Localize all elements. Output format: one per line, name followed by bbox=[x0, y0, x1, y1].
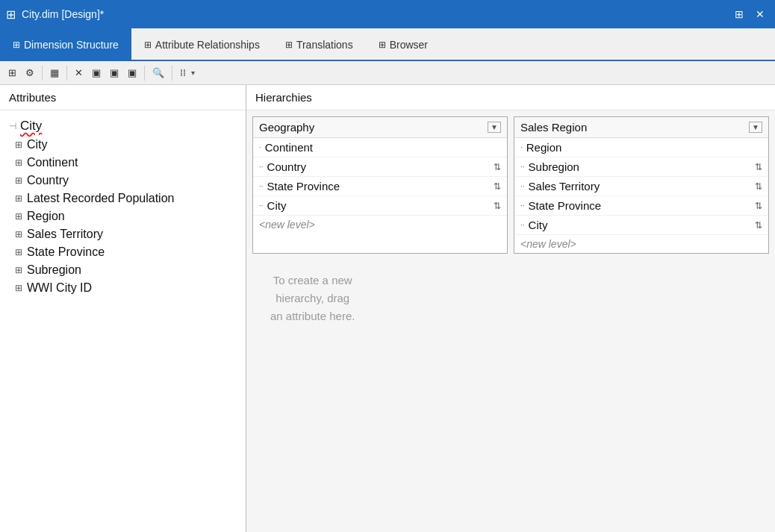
pin-button[interactable]: ⊞ bbox=[730, 7, 748, 22]
hierarchy-geography-item-state-province[interactable]: ·· State Province ⇅ bbox=[253, 177, 507, 196]
title-bar-title: City.dim [Design]* bbox=[22, 8, 724, 20]
geography-city-dot-icon: ·· bbox=[259, 201, 264, 210]
browser-tab-icon: ⊞ bbox=[379, 40, 386, 50]
toolbar-btn-table[interactable]: ▦ bbox=[46, 65, 63, 81]
hierarchy-geography-new-level: <new level> bbox=[253, 216, 507, 234]
hierarchy-sales-region-state-province-label: State Province bbox=[529, 199, 602, 212]
attribute-relationships-tab-label: Attribute Relationships bbox=[155, 39, 260, 51]
toolbar-btn-box2[interactable]: ▣ bbox=[106, 65, 122, 81]
tab-dimension-structure[interactable]: ⊞ Dimension Structure bbox=[0, 28, 131, 60]
hierarchy-sales-region-item-city[interactable]: ·· City ⇅ bbox=[514, 216, 768, 235]
hierarchy-geography-title: Geography bbox=[259, 121, 314, 134]
group-icon: ⊣ bbox=[9, 121, 16, 131]
subregion-dot-icon: ·· bbox=[520, 163, 525, 171]
attr-label-wwi-city-id: WWI City ID bbox=[27, 281, 92, 295]
sales-territory-dot-icon: ·· bbox=[520, 182, 525, 190]
hierarchy-geography-header: Geography ▼ bbox=[253, 117, 507, 138]
attr-item-continent[interactable]: ⊞ Continent bbox=[0, 154, 246, 172]
hierarchy-geography-state-province-label: State Province bbox=[267, 180, 340, 193]
hierarchy-sales-region-title: Sales Region bbox=[520, 121, 587, 134]
main-content: Attributes ⊣ City ⊞ City ⊞ Continent ⊞ C… bbox=[0, 85, 775, 532]
attr-label-state-province: State Province bbox=[27, 245, 105, 259]
continent-dot-icon: · bbox=[259, 143, 261, 151]
toolbar-btn-more[interactable]: ⁞⁞ bbox=[176, 65, 190, 81]
title-bar: ⊞ City.dim [Design]* ⊞ ✕ bbox=[0, 0, 775, 28]
toolbar-btn-settings[interactable]: ⚙ bbox=[22, 65, 38, 81]
hierarchy-geography: Geography ▼ · Continent ·· Country bbox=[252, 116, 508, 254]
state-province-dot-icon: ·· bbox=[259, 182, 264, 190]
toolbar-separator-2 bbox=[66, 66, 67, 81]
hierarchy-sales-region-item-state-province[interactable]: ·· State Province ⇅ bbox=[514, 196, 768, 216]
attr-item-country[interactable]: ⊞ Country bbox=[0, 172, 246, 190]
toolbar-separator-1 bbox=[42, 66, 43, 81]
tab-attribute-relationships[interactable]: ⊞ Attribute Relationships bbox=[131, 28, 273, 60]
hierarchy-geography-city-label: City bbox=[267, 199, 287, 212]
hierarchies-top-row: Geography ▼ · Continent ·· Country bbox=[252, 116, 769, 254]
attr-item-state-province[interactable]: ⊞ State Province bbox=[0, 243, 246, 261]
hierarchy-sales-region-menu[interactable]: ▼ bbox=[749, 122, 762, 133]
hierarchy-geography-item-continent[interactable]: · Continent bbox=[253, 138, 507, 157]
toolbar-separator-3 bbox=[144, 66, 145, 81]
attributes-panel-header: Attributes bbox=[0, 85, 246, 110]
hierarchy-sales-region-header: Sales Region ▼ bbox=[514, 117, 768, 138]
toolbar-btn-search[interactable]: 🔍 bbox=[149, 65, 168, 81]
attribute-relationships-tab-icon: ⊞ bbox=[144, 40, 152, 50]
dimension-structure-tab-icon: ⊞ bbox=[13, 40, 20, 50]
toolbar-btn-delete[interactable]: ✕ bbox=[71, 65, 87, 81]
translations-tab-icon: ⊞ bbox=[285, 40, 293, 50]
tab-translations[interactable]: ⊞ Translations bbox=[273, 28, 366, 60]
hierarchy-sales-region-subregion-label: Subregion bbox=[529, 160, 579, 173]
close-button[interactable]: ✕ bbox=[751, 7, 769, 22]
tab-browser[interactable]: ⊞ Browser bbox=[366, 28, 441, 60]
attr-icon-continent: ⊞ bbox=[15, 157, 22, 168]
hierarchy-geography-item-city[interactable]: ·· City ⇅ bbox=[253, 196, 507, 216]
hierarchy-sales-region-item-sales-territory[interactable]: ·· Sales Territory ⇅ bbox=[514, 177, 768, 196]
attr-item-region[interactable]: ⊞ Region bbox=[0, 207, 246, 225]
attr-item-population[interactable]: ⊞ Latest Recorded Population bbox=[0, 190, 246, 207]
hierarchies-panel: Hierarchies Geography ▼ · Continent bbox=[246, 85, 775, 532]
geography-city-arrow-icon: ⇅ bbox=[494, 201, 501, 211]
attr-label-population: Latest Recorded Population bbox=[27, 192, 174, 205]
title-bar-buttons: ⊞ ✕ bbox=[730, 7, 769, 22]
subregion-arrow-icon: ⇅ bbox=[755, 162, 762, 172]
toolbar-btn-grid[interactable]: ⊞ bbox=[4, 65, 20, 81]
hierarchy-geography-menu[interactable]: ▼ bbox=[488, 122, 501, 133]
hierarchy-sales-region-item-region[interactable]: · Region bbox=[514, 138, 768, 157]
toolbar-btn-box1[interactable]: ▣ bbox=[88, 65, 105, 81]
sales-territory-arrow-icon: ⇅ bbox=[755, 181, 762, 192]
country-arrow-icon: ⇅ bbox=[494, 162, 501, 172]
attributes-panel: Attributes ⊣ City ⊞ City ⊞ Continent ⊞ C… bbox=[0, 85, 246, 532]
create-hint-area: To create a newhierarchy, dragan attribu… bbox=[252, 260, 769, 526]
attr-item-subregion[interactable]: ⊞ Subregion bbox=[0, 261, 246, 279]
toolbar-btn-box3[interactable]: ▣ bbox=[124, 65, 140, 81]
attr-item-wwi-city-id[interactable]: ⊞ WWI City ID bbox=[0, 279, 246, 297]
sales-city-arrow-icon: ⇅ bbox=[755, 220, 762, 231]
attr-icon-population: ⊞ bbox=[15, 193, 22, 204]
title-bar-icon: ⊞ bbox=[6, 7, 16, 22]
hierarchies-content: Geography ▼ · Continent ·· Country bbox=[246, 110, 775, 532]
attr-icon-sales-territory: ⊞ bbox=[15, 229, 22, 240]
translations-tab-label: Translations bbox=[296, 39, 353, 51]
sales-state-province-arrow-icon: ⇅ bbox=[755, 201, 762, 211]
attributes-group-name: City bbox=[20, 119, 42, 134]
attributes-panel-content: ⊣ City ⊞ City ⊞ Continent ⊞ Country ⊞ La… bbox=[0, 110, 246, 532]
browser-tab-label: Browser bbox=[390, 39, 428, 51]
create-hint-text: To create a newhierarchy, dragan attribu… bbox=[270, 272, 355, 325]
tab-bar: ⊞ Dimension Structure ⊞ Attribute Relati… bbox=[0, 28, 775, 61]
state-province-arrow-icon: ⇅ bbox=[494, 181, 501, 192]
attr-icon-subregion: ⊞ bbox=[15, 265, 22, 275]
hierarchy-sales-region-item-subregion[interactable]: ·· Subregion ⇅ bbox=[514, 157, 768, 177]
attr-label-region: Region bbox=[27, 210, 65, 223]
sales-city-dot-icon: ·· bbox=[520, 221, 525, 229]
attr-label-subregion: Subregion bbox=[27, 263, 81, 277]
country-dot-icon: ·· bbox=[259, 163, 264, 171]
toolbar: ⊞ ⚙ ▦ ✕ ▣ ▣ ▣ 🔍 ⁞⁞ ▾ bbox=[0, 61, 775, 85]
attr-item-city[interactable]: ⊞ City bbox=[0, 136, 246, 154]
attr-icon-state-province: ⊞ bbox=[15, 247, 22, 257]
attr-item-sales-territory[interactable]: ⊞ Sales Territory bbox=[0, 225, 246, 243]
hierarchy-sales-region: Sales Region ▼ · Region ·· Subregion bbox=[514, 116, 769, 254]
attributes-group-label: ⊣ City bbox=[0, 116, 246, 136]
hierarchy-geography-item-country[interactable]: ·· Country ⇅ bbox=[253, 157, 507, 177]
attr-label-country: Country bbox=[27, 174, 69, 187]
hierarchy-geography-country-label: Country bbox=[267, 160, 307, 173]
